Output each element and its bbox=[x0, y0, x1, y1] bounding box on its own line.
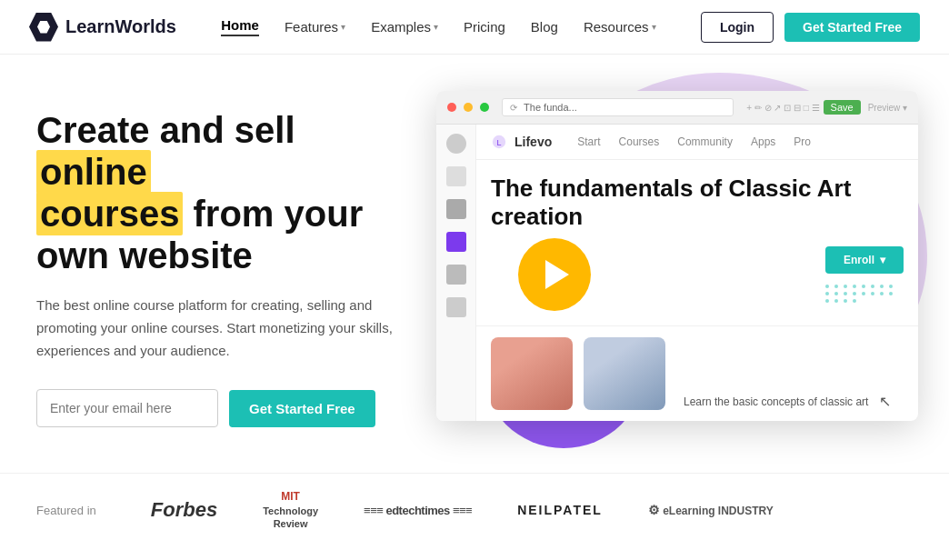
course-bottom: Learn the basic concepts of classic art … bbox=[476, 325, 918, 421]
browser-url: ⟳ The funda... bbox=[502, 98, 734, 116]
play-button[interactable] bbox=[518, 238, 591, 311]
course-nav-courses[interactable]: Courses bbox=[619, 135, 660, 148]
get-started-nav-button[interactable]: Get Started Free bbox=[784, 13, 920, 42]
play-icon bbox=[545, 260, 569, 289]
editor-sidebar bbox=[436, 125, 476, 421]
get-started-hero-button[interactable]: Get Started Free bbox=[229, 390, 375, 427]
brand-logos: Forbes MIT Technology Review ≡≡≡ edtecht… bbox=[151, 490, 913, 530]
course-logo-icon: L bbox=[491, 134, 507, 150]
nav-features[interactable]: Features ▾ bbox=[285, 19, 345, 35]
hero-highlight-online: online bbox=[36, 150, 151, 194]
browser-close-dot bbox=[447, 103, 456, 112]
sidebar-pages-icon[interactable] bbox=[446, 199, 466, 219]
cursor-icon: ↖ bbox=[879, 393, 891, 410]
sidebar-media-icon[interactable] bbox=[446, 297, 466, 317]
elearning-logo: ⚙ eLearning INDUSTRY bbox=[648, 503, 774, 517]
chevron-down-icon: ▾ bbox=[434, 22, 438, 32]
neil-patel-logo: NEILPATEL bbox=[517, 503, 603, 517]
course-content: The fundamentals of Classic Art creation… bbox=[476, 160, 918, 325]
svg-text:L: L bbox=[496, 138, 501, 147]
sidebar-active-icon[interactable] bbox=[446, 232, 466, 252]
avatar-red bbox=[491, 337, 573, 410]
browser-window: ⟳ The funda... + ✏ ⊘ ↗ ⊡ ⊟ □ ☰ Save Prev… bbox=[436, 91, 918, 421]
course-nav-start[interactable]: Start bbox=[577, 135, 600, 148]
course-nav-community[interactable]: Community bbox=[677, 135, 733, 148]
nav-home[interactable]: Home bbox=[221, 17, 259, 36]
browser-toolbar-icons: + ✏ ⊘ ↗ ⊡ ⊟ □ ☰ Save Preview ▾ bbox=[746, 100, 907, 115]
course-editor: L Lifevo Start Courses Community Apps Pr… bbox=[436, 125, 918, 421]
chevron-down-icon: ▾ bbox=[652, 22, 656, 32]
chevron-down-icon: ▾ bbox=[880, 254, 885, 266]
hero-title-part1: Create and sell bbox=[36, 110, 295, 150]
logo-text: LearnWorlds bbox=[65, 16, 176, 37]
hero-cta: Get Started Free bbox=[36, 389, 400, 427]
course-name: Lifevo bbox=[514, 135, 552, 149]
dots-decoration bbox=[825, 285, 904, 303]
browser-preview-btn: Preview ▾ bbox=[868, 103, 907, 113]
course-nav: Start Courses Community Apps Pro bbox=[577, 135, 811, 148]
course-nav-pro[interactable]: Pro bbox=[794, 135, 811, 148]
logo-icon bbox=[29, 13, 58, 42]
sidebar-settings-icon[interactable] bbox=[446, 265, 466, 285]
nav-blog[interactable]: Blog bbox=[531, 19, 558, 35]
featured-strip: Featured in Forbes MIT Technology Review… bbox=[0, 473, 949, 546]
hero-description: The best online course platform for crea… bbox=[36, 295, 400, 362]
logo[interactable]: LearnWorlds bbox=[29, 13, 176, 42]
browser-save-button[interactable]: Save bbox=[824, 100, 861, 115]
login-button[interactable]: Login bbox=[701, 12, 774, 43]
browser-tool-icon: + ✏ ⊘ ↗ ⊡ ⊟ □ ☰ bbox=[746, 103, 819, 113]
hero-highlight-courses: courses bbox=[36, 192, 183, 235]
browser-min-dot bbox=[464, 103, 473, 112]
course-header: L Lifevo Start Courses Community Apps Pr… bbox=[476, 125, 918, 160]
course-main: L Lifevo Start Courses Community Apps Pr… bbox=[476, 125, 918, 421]
nav-examples[interactable]: Examples ▾ bbox=[371, 19, 438, 35]
hero-title: Create and sell online courses from your… bbox=[36, 109, 400, 276]
video-area: Enroll ▾ bbox=[491, 238, 904, 311]
navbar: LearnWorlds Home Features ▾ Examples ▾ P… bbox=[0, 0, 949, 55]
forbes-logo: Forbes bbox=[151, 498, 217, 522]
avatar-blue bbox=[584, 337, 665, 410]
browser-bar: ⟳ The funda... + ✏ ⊘ ↗ ⊡ ⊟ □ ☰ Save Prev… bbox=[436, 91, 918, 125]
hero-right: ⟳ The funda... + ✏ ⊘ ↗ ⊡ ⊟ □ ☰ Save Prev… bbox=[436, 82, 918, 421]
course-title: The fundamentals of Classic Art creation bbox=[491, 175, 904, 231]
sidebar-layout-icon[interactable] bbox=[446, 166, 466, 186]
chevron-down-icon: ▾ bbox=[341, 22, 345, 32]
enroll-panel: Enroll ▾ bbox=[825, 246, 904, 303]
nav-actions: Login Get Started Free bbox=[701, 12, 920, 43]
course-nav-apps[interactable]: Apps bbox=[751, 135, 775, 148]
hero-left: Create and sell online courses from your… bbox=[36, 100, 400, 427]
course-description-small: Learn the basic concepts of classic art bbox=[676, 394, 868, 410]
nav-links: Home Features ▾ Examples ▾ Pricing Blog … bbox=[221, 17, 655, 36]
browser-max-dot bbox=[480, 103, 489, 112]
edtech-logo: ≡≡≡ edtechtimes ≡≡≡ bbox=[364, 504, 472, 517]
sidebar-home-icon[interactable] bbox=[446, 134, 466, 154]
mit-tech-logo: MIT Technology Review bbox=[263, 490, 318, 530]
featured-label: Featured in bbox=[36, 504, 96, 517]
hero-section: Create and sell online courses from your… bbox=[0, 55, 949, 473]
nav-pricing[interactable]: Pricing bbox=[464, 19, 505, 35]
email-input[interactable] bbox=[36, 389, 218, 427]
enroll-button[interactable]: Enroll ▾ bbox=[825, 246, 904, 274]
nav-resources[interactable]: Resources ▾ bbox=[584, 19, 656, 35]
